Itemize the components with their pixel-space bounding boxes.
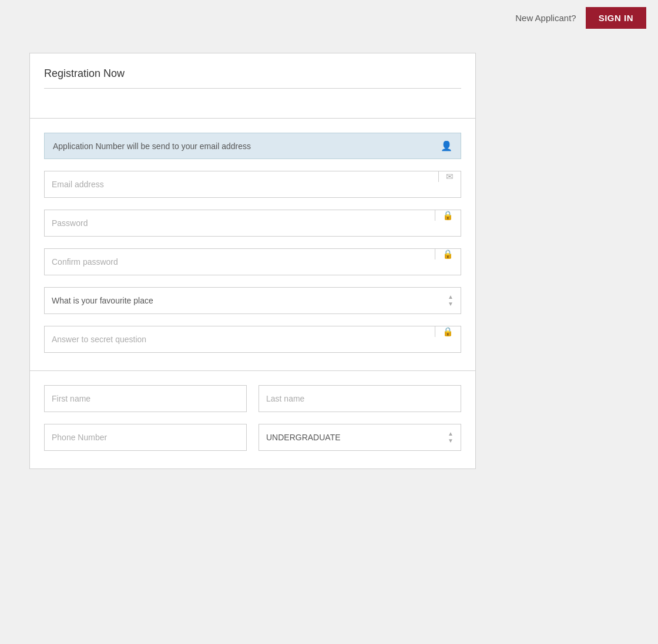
phone-field-group [44,424,247,451]
secret-lock-icon: 🔒 [435,326,461,337]
sign-in-button[interactable]: SIGN IN [586,7,646,29]
password-input[interactable] [45,210,435,236]
last-name-input[interactable] [259,386,461,412]
confirm-password-input[interactable] [45,249,435,275]
phone-input[interactable] [45,424,246,450]
main-content: Registration Now Application Number will… [0,35,658,487]
personal-fields-section: UNDERGRADUATE POSTGRADUATE DIPLOMA ▲▼ [30,371,475,468]
registration-form-card: Registration Now Application Number will… [29,53,476,469]
first-name-input[interactable] [45,386,246,412]
form-title: Registration Now [44,68,461,89]
new-applicant-text: New Applicant? [515,13,576,23]
phone-program-row: UNDERGRADUATE POSTGRADUATE DIPLOMA ▲▼ [44,424,461,451]
secret-answer-field-group: 🔒 [44,326,461,353]
last-name-field-group [258,385,461,412]
secret-answer-input[interactable] [45,326,435,352]
form-title-section: Registration Now [30,53,475,119]
confirm-lock-icon: 🔒 [435,249,461,259]
envelope-icon: ✉ [438,171,461,182]
program-select-arrows-icon: ▲▼ [441,430,461,444]
favourite-place-select-group: What is your favourite place ▲▼ [44,287,461,314]
user-icon: 👤 [441,140,452,151]
name-row [44,385,461,424]
info-banner-text: Application Number will be send to your … [53,141,435,151]
confirm-password-field-group: 🔒 [44,248,461,275]
first-name-field-group [44,385,247,412]
account-fields-section: Application Number will be send to your … [30,119,475,371]
email-input[interactable] [45,171,438,197]
program-type-select[interactable]: UNDERGRADUATE POSTGRADUATE DIPLOMA [259,424,441,450]
info-banner: Application Number will be send to your … [44,133,461,159]
header: New Applicant? SIGN IN [0,0,658,35]
select-arrows-icon: ▲▼ [441,294,461,308]
lock-icon: 🔒 [435,210,461,221]
favourite-place-select[interactable]: What is your favourite place [45,288,441,313]
password-field-group: 🔒 [44,210,461,237]
email-field-group: ✉ [44,171,461,198]
program-type-select-group: UNDERGRADUATE POSTGRADUATE DIPLOMA ▲▼ [258,424,461,451]
